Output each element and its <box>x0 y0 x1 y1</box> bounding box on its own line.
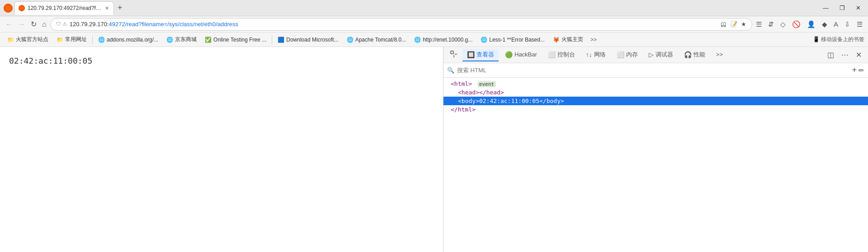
html-tag-name: <html> <box>451 80 472 87</box>
body-tag[interactable]: <body>02:42:ac:11:00:05</body> <box>443 97 868 105</box>
less1-icon: 🌐 <box>481 37 487 43</box>
tab-performance[interactable]: 🎧 性能 <box>679 49 710 61</box>
bookmark-less1[interactable]: 🌐 Less-1 **Error Based... <box>477 35 548 44</box>
search-icon: 🔍 <box>447 67 454 74</box>
bookmark-foxsite[interactable]: 📁 火狐官方站点 <box>4 34 52 45</box>
bookmark-star-icon[interactable]: ★ <box>741 21 746 28</box>
addons-icon: 🌐 <box>98 37 105 43</box>
bookmark-jd-label: 京东商城 <box>175 36 197 43</box>
address-path: 49272/read?filename=/sys/class/net/eth0/… <box>108 21 238 28</box>
tab-debugger[interactable]: ▷ 调试器 <box>644 49 678 61</box>
active-tab[interactable]: 120.79.29.170:49272/read?filena… ✕ <box>14 1 114 15</box>
devtools-dock-button[interactable]: ◫ <box>825 50 837 60</box>
html-close-tag[interactable]: </html> <box>443 105 868 114</box>
add-node-button[interactable]: + <box>852 65 857 75</box>
tab-console-label: 控制台 <box>557 51 575 59</box>
bookmark-foxhome[interactable]: 🦊 火狐主页 <box>549 34 587 45</box>
address-text: 120.79.29.170:49272/read?filename=/sys/c… <box>70 21 718 28</box>
element-picker-button[interactable] <box>447 49 461 61</box>
memory-icon: ⬜ <box>617 51 624 58</box>
head-tag[interactable]: <head></head> <box>443 88 868 97</box>
back-button[interactable]: ← <box>4 19 14 29</box>
bookmark-common[interactable]: 📁 常用网址 <box>53 34 90 45</box>
foxsite-icon: 📁 <box>7 37 14 43</box>
reload-button[interactable]: ↻ <box>29 19 38 29</box>
restore-button[interactable]: ❐ <box>836 4 849 12</box>
jd-icon: 🌐 <box>166 37 173 43</box>
tab-memory[interactable]: ⬜ 内存 <box>612 49 642 61</box>
tab-hackbar[interactable]: 🟢 HackBar <box>500 49 542 61</box>
search-html-input[interactable] <box>457 67 852 74</box>
html-open-tag[interactable]: <html> event <box>443 79 868 88</box>
new-tab-button[interactable]: + <box>118 3 123 13</box>
event-badge: event <box>477 81 496 87</box>
foxhome-icon: 🦊 <box>553 37 560 43</box>
bookmarks-more-button[interactable]: >> <box>588 35 599 44</box>
html-close-tag-name: </html> <box>451 106 476 113</box>
download-icon[interactable]: ⇩ <box>843 19 852 29</box>
reader-icon[interactable]: 🕮 <box>721 21 726 28</box>
address-bar[interactable]: 🛡 ⚠ 120.79.29.170:49272/read?filename=/s… <box>50 18 752 31</box>
bm-separator-1 <box>92 36 93 44</box>
firefox-icon <box>4 4 13 13</box>
home-button[interactable]: ⌂ <box>40 19 48 29</box>
tab-favicon <box>19 5 25 11</box>
page-content: 02:42:ac:11:00:05 <box>0 47 443 252</box>
tab-hackbar-label: HackBar <box>514 51 537 58</box>
download-ms-icon: 🟦 <box>278 37 284 43</box>
tab-console[interactable]: ⬜ 控制台 <box>543 49 580 61</box>
mobile-bookmarks-label[interactable]: 📱 移动设备上的书签 <box>813 36 864 43</box>
navbar-right: ☰ ⇵ ◇ 🚫 👤 ◆ A ⇩ ☰ <box>754 19 864 29</box>
profile-icon[interactable]: 👤 <box>805 19 817 29</box>
tab-memory-label: 内存 <box>626 51 638 59</box>
tomcat-icon: 🌐 <box>347 37 354 43</box>
common-icon: 📁 <box>57 37 63 43</box>
bookmark-enet[interactable]: 🌐 http://enet.10000.g... <box>410 35 476 44</box>
bookmark-online-testing[interactable]: ✅ Online Testing Free ... <box>201 35 270 44</box>
tab-close-button[interactable]: ✕ <box>105 5 109 11</box>
bookmark-online-testing-label: Online Testing Free ... <box>213 37 266 43</box>
inspector-icon: 🔲 <box>467 51 475 58</box>
bookmarks-bar: 📁 火狐官方站点 📁 常用网址 🌐 addons.mozilla.org/...… <box>0 33 868 47</box>
bookmark-jd[interactable]: 🌐 京东商城 <box>163 34 200 45</box>
translate2-icon[interactable]: A <box>832 19 840 29</box>
bm-separator-2 <box>272 36 272 44</box>
devtools-close-button[interactable]: ✕ <box>853 50 864 60</box>
bookmark-foxsite-label: 火狐官方站点 <box>16 36 48 43</box>
bookmark-addons[interactable]: 🌐 addons.mozilla.org/... <box>94 35 162 44</box>
hackbar-icon: 🟢 <box>505 51 513 58</box>
tab-inspector-label: 查看器 <box>476 51 494 59</box>
devtools-options-button[interactable]: ⋯ <box>839 50 851 60</box>
tab-inspector[interactable]: 🔲 查看器 <box>462 49 499 61</box>
tab-network[interactable]: ↑↓ 网络 <box>581 49 610 61</box>
tab-debugger-label: 调试器 <box>656 51 673 59</box>
tab-performance-label: 性能 <box>693 51 705 59</box>
bookmark-download-ms[interactable]: 🟦 Download Microsoft... <box>274 35 342 44</box>
console-icon: ⬜ <box>548 51 556 58</box>
more-tabs-icon: >> <box>716 51 723 58</box>
close-button[interactable]: ✕ <box>852 4 864 12</box>
puzzle-icon[interactable]: ◆ <box>820 19 829 29</box>
bookmark-enet-label: http://enet.10000.g... <box>423 37 472 43</box>
address-icons: 🕮 📝 ★ <box>721 21 746 28</box>
debugger-icon: ▷ <box>649 51 654 58</box>
container-icon[interactable]: ◇ <box>778 19 788 29</box>
extensions-icon[interactable]: ☰ <box>754 19 764 29</box>
devtools-search-bar: 🔍 + ✏ <box>443 63 868 78</box>
bookmark-tomcat[interactable]: 🌐 Apache Tomcat/8.0... <box>343 35 410 44</box>
minimize-button[interactable]: — <box>819 4 832 12</box>
tab-more[interactable]: >> <box>712 49 727 61</box>
menu-icon[interactable]: ☰ <box>855 19 864 29</box>
titlebar: 120.79.29.170:49272/read?filena… ✕ + — ❐… <box>0 0 868 16</box>
svg-rect-0 <box>451 51 453 54</box>
sync-icon[interactable]: ⇵ <box>766 19 776 29</box>
block-icon[interactable]: 🚫 <box>790 19 802 29</box>
bookmark-common-label: 常用网址 <box>65 36 87 43</box>
bookmark-less1-label: Less-1 **Error Based... <box>489 37 545 43</box>
edit-node-button[interactable]: ✏ <box>859 66 864 75</box>
security-icon: 🛡 ⚠ <box>56 21 67 27</box>
forward-button[interactable]: → <box>16 19 27 29</box>
page-body-text: 02:42:ac:11:00:05 <box>9 56 92 65</box>
translate-icon[interactable]: 📝 <box>730 21 737 28</box>
main-area: 02:42:ac:11:00:05 🔲 查看器 🟢 HackBar <box>0 47 868 252</box>
